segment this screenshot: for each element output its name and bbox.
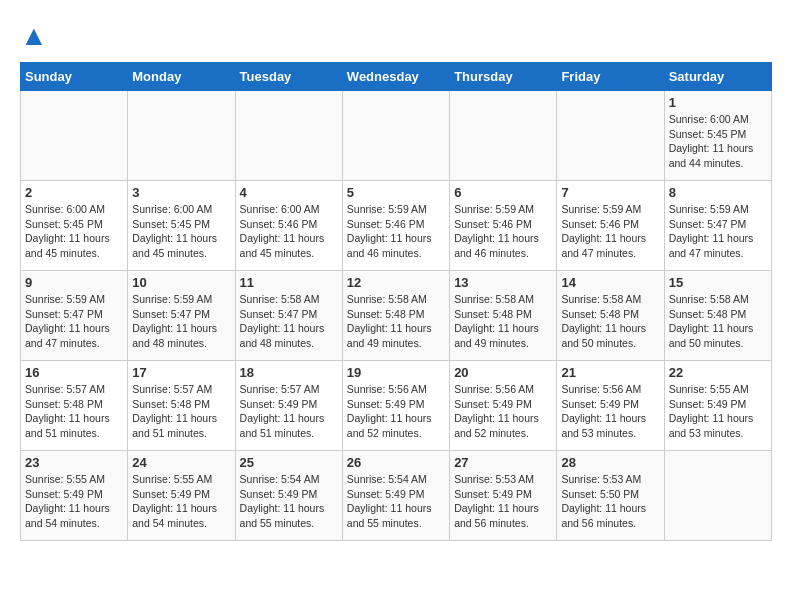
- header: ▲: [20, 20, 772, 52]
- calendar-cell: 23Sunrise: 5:55 AM Sunset: 5:49 PM Dayli…: [21, 451, 128, 541]
- calendar-cell: [235, 91, 342, 181]
- day-info: Sunrise: 5:55 AM Sunset: 5:49 PM Dayligh…: [25, 472, 123, 531]
- calendar-cell: 9Sunrise: 5:59 AM Sunset: 5:47 PM Daylig…: [21, 271, 128, 361]
- week-row-3: 9Sunrise: 5:59 AM Sunset: 5:47 PM Daylig…: [21, 271, 772, 361]
- calendar-cell: 28Sunrise: 5:53 AM Sunset: 5:50 PM Dayli…: [557, 451, 664, 541]
- day-number: 22: [669, 365, 767, 380]
- weekday-header-row: SundayMondayTuesdayWednesdayThursdayFrid…: [21, 63, 772, 91]
- day-number: 25: [240, 455, 338, 470]
- calendar-cell: [557, 91, 664, 181]
- calendar-cell: 18Sunrise: 5:57 AM Sunset: 5:49 PM Dayli…: [235, 361, 342, 451]
- day-info: Sunrise: 5:58 AM Sunset: 5:48 PM Dayligh…: [454, 292, 552, 351]
- calendar-cell: 1Sunrise: 6:00 AM Sunset: 5:45 PM Daylig…: [664, 91, 771, 181]
- day-number: 10: [132, 275, 230, 290]
- week-row-4: 16Sunrise: 5:57 AM Sunset: 5:48 PM Dayli…: [21, 361, 772, 451]
- week-row-1: 1Sunrise: 6:00 AM Sunset: 5:45 PM Daylig…: [21, 91, 772, 181]
- day-number: 20: [454, 365, 552, 380]
- day-info: Sunrise: 6:00 AM Sunset: 5:46 PM Dayligh…: [240, 202, 338, 261]
- calendar-cell: 2Sunrise: 6:00 AM Sunset: 5:45 PM Daylig…: [21, 181, 128, 271]
- calendar-cell: [21, 91, 128, 181]
- day-info: Sunrise: 5:53 AM Sunset: 5:50 PM Dayligh…: [561, 472, 659, 531]
- day-info: Sunrise: 5:56 AM Sunset: 5:49 PM Dayligh…: [347, 382, 445, 441]
- day-info: Sunrise: 5:56 AM Sunset: 5:49 PM Dayligh…: [454, 382, 552, 441]
- day-info: Sunrise: 5:59 AM Sunset: 5:47 PM Dayligh…: [132, 292, 230, 351]
- day-info: Sunrise: 5:56 AM Sunset: 5:49 PM Dayligh…: [561, 382, 659, 441]
- week-row-2: 2Sunrise: 6:00 AM Sunset: 5:45 PM Daylig…: [21, 181, 772, 271]
- day-info: Sunrise: 5:59 AM Sunset: 5:46 PM Dayligh…: [347, 202, 445, 261]
- calendar-cell: 11Sunrise: 5:58 AM Sunset: 5:47 PM Dayli…: [235, 271, 342, 361]
- day-info: Sunrise: 6:00 AM Sunset: 5:45 PM Dayligh…: [132, 202, 230, 261]
- day-number: 7: [561, 185, 659, 200]
- day-info: Sunrise: 6:00 AM Sunset: 5:45 PM Dayligh…: [25, 202, 123, 261]
- day-info: Sunrise: 5:59 AM Sunset: 5:47 PM Dayligh…: [669, 202, 767, 261]
- day-info: Sunrise: 5:55 AM Sunset: 5:49 PM Dayligh…: [132, 472, 230, 531]
- weekday-header-tuesday: Tuesday: [235, 63, 342, 91]
- weekday-header-friday: Friday: [557, 63, 664, 91]
- day-number: 9: [25, 275, 123, 290]
- day-info: Sunrise: 5:57 AM Sunset: 5:48 PM Dayligh…: [132, 382, 230, 441]
- day-number: 1: [669, 95, 767, 110]
- day-info: Sunrise: 5:58 AM Sunset: 5:47 PM Dayligh…: [240, 292, 338, 351]
- calendar-cell: 22Sunrise: 5:55 AM Sunset: 5:49 PM Dayli…: [664, 361, 771, 451]
- day-number: 6: [454, 185, 552, 200]
- calendar-cell: 21Sunrise: 5:56 AM Sunset: 5:49 PM Dayli…: [557, 361, 664, 451]
- day-number: 21: [561, 365, 659, 380]
- logo-icon: ▲: [20, 20, 48, 52]
- calendar-cell: 10Sunrise: 5:59 AM Sunset: 5:47 PM Dayli…: [128, 271, 235, 361]
- calendar-cell: 12Sunrise: 5:58 AM Sunset: 5:48 PM Dayli…: [342, 271, 449, 361]
- day-number: 15: [669, 275, 767, 290]
- week-row-5: 23Sunrise: 5:55 AM Sunset: 5:49 PM Dayli…: [21, 451, 772, 541]
- calendar-cell: 4Sunrise: 6:00 AM Sunset: 5:46 PM Daylig…: [235, 181, 342, 271]
- calendar-cell: [450, 91, 557, 181]
- calendar-cell: [128, 91, 235, 181]
- day-number: 26: [347, 455, 445, 470]
- day-number: 18: [240, 365, 338, 380]
- calendar-cell: 25Sunrise: 5:54 AM Sunset: 5:49 PM Dayli…: [235, 451, 342, 541]
- calendar-cell: 8Sunrise: 5:59 AM Sunset: 5:47 PM Daylig…: [664, 181, 771, 271]
- calendar-cell: 13Sunrise: 5:58 AM Sunset: 5:48 PM Dayli…: [450, 271, 557, 361]
- calendar-cell: 20Sunrise: 5:56 AM Sunset: 5:49 PM Dayli…: [450, 361, 557, 451]
- day-number: 11: [240, 275, 338, 290]
- weekday-header-thursday: Thursday: [450, 63, 557, 91]
- day-number: 4: [240, 185, 338, 200]
- day-info: Sunrise: 5:55 AM Sunset: 5:49 PM Dayligh…: [669, 382, 767, 441]
- calendar-cell: 6Sunrise: 5:59 AM Sunset: 5:46 PM Daylig…: [450, 181, 557, 271]
- weekday-header-wednesday: Wednesday: [342, 63, 449, 91]
- calendar-cell: [664, 451, 771, 541]
- day-info: Sunrise: 5:53 AM Sunset: 5:49 PM Dayligh…: [454, 472, 552, 531]
- day-number: 3: [132, 185, 230, 200]
- day-info: Sunrise: 5:54 AM Sunset: 5:49 PM Dayligh…: [347, 472, 445, 531]
- day-number: 8: [669, 185, 767, 200]
- day-info: Sunrise: 5:59 AM Sunset: 5:46 PM Dayligh…: [454, 202, 552, 261]
- day-info: Sunrise: 5:54 AM Sunset: 5:49 PM Dayligh…: [240, 472, 338, 531]
- day-number: 23: [25, 455, 123, 470]
- calendar-cell: 26Sunrise: 5:54 AM Sunset: 5:49 PM Dayli…: [342, 451, 449, 541]
- day-info: Sunrise: 5:58 AM Sunset: 5:48 PM Dayligh…: [347, 292, 445, 351]
- day-info: Sunrise: 5:58 AM Sunset: 5:48 PM Dayligh…: [561, 292, 659, 351]
- calendar-cell: 17Sunrise: 5:57 AM Sunset: 5:48 PM Dayli…: [128, 361, 235, 451]
- day-number: 12: [347, 275, 445, 290]
- day-number: 27: [454, 455, 552, 470]
- day-number: 14: [561, 275, 659, 290]
- day-number: 5: [347, 185, 445, 200]
- calendar-cell: [342, 91, 449, 181]
- calendar-cell: 14Sunrise: 5:58 AM Sunset: 5:48 PM Dayli…: [557, 271, 664, 361]
- day-number: 19: [347, 365, 445, 380]
- day-number: 16: [25, 365, 123, 380]
- logo: ▲: [20, 20, 50, 52]
- day-info: Sunrise: 5:59 AM Sunset: 5:47 PM Dayligh…: [25, 292, 123, 351]
- calendar-cell: 19Sunrise: 5:56 AM Sunset: 5:49 PM Dayli…: [342, 361, 449, 451]
- day-number: 24: [132, 455, 230, 470]
- day-info: Sunrise: 5:57 AM Sunset: 5:48 PM Dayligh…: [25, 382, 123, 441]
- day-info: Sunrise: 5:57 AM Sunset: 5:49 PM Dayligh…: [240, 382, 338, 441]
- calendar-cell: 15Sunrise: 5:58 AM Sunset: 5:48 PM Dayli…: [664, 271, 771, 361]
- weekday-header-monday: Monday: [128, 63, 235, 91]
- calendar-cell: 16Sunrise: 5:57 AM Sunset: 5:48 PM Dayli…: [21, 361, 128, 451]
- day-info: Sunrise: 5:59 AM Sunset: 5:46 PM Dayligh…: [561, 202, 659, 261]
- calendar-cell: 27Sunrise: 5:53 AM Sunset: 5:49 PM Dayli…: [450, 451, 557, 541]
- day-number: 2: [25, 185, 123, 200]
- calendar: SundayMondayTuesdayWednesdayThursdayFrid…: [20, 62, 772, 541]
- day-number: 28: [561, 455, 659, 470]
- day-info: Sunrise: 5:58 AM Sunset: 5:48 PM Dayligh…: [669, 292, 767, 351]
- calendar-cell: 7Sunrise: 5:59 AM Sunset: 5:46 PM Daylig…: [557, 181, 664, 271]
